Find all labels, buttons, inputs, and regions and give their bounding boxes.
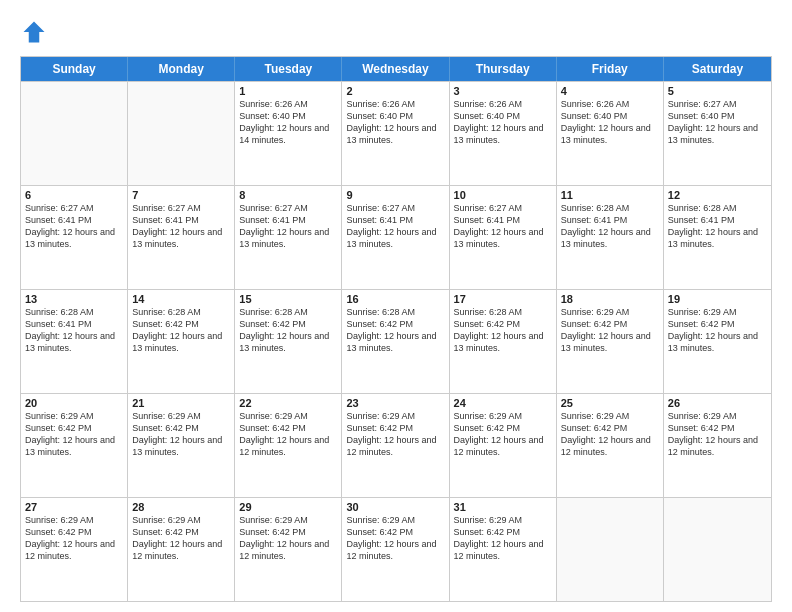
day-info: Sunrise: 6:27 AMSunset: 6:40 PMDaylight:…: [668, 98, 767, 147]
calendar-cell: 27Sunrise: 6:29 AMSunset: 6:42 PMDayligh…: [21, 498, 128, 601]
day-info: Sunrise: 6:29 AMSunset: 6:42 PMDaylight:…: [454, 410, 552, 459]
calendar-cell: 20Sunrise: 6:29 AMSunset: 6:42 PMDayligh…: [21, 394, 128, 497]
calendar-cell: 16Sunrise: 6:28 AMSunset: 6:42 PMDayligh…: [342, 290, 449, 393]
calendar-row: 13Sunrise: 6:28 AMSunset: 6:41 PMDayligh…: [21, 289, 771, 393]
day-info: Sunrise: 6:29 AMSunset: 6:42 PMDaylight:…: [668, 306, 767, 355]
calendar-cell: 2Sunrise: 6:26 AMSunset: 6:40 PMDaylight…: [342, 82, 449, 185]
day-info: Sunrise: 6:29 AMSunset: 6:42 PMDaylight:…: [25, 514, 123, 563]
calendar-cell: 7Sunrise: 6:27 AMSunset: 6:41 PMDaylight…: [128, 186, 235, 289]
day-info: Sunrise: 6:29 AMSunset: 6:42 PMDaylight:…: [132, 410, 230, 459]
calendar-row: 20Sunrise: 6:29 AMSunset: 6:42 PMDayligh…: [21, 393, 771, 497]
calendar-header-cell: Saturday: [664, 57, 771, 81]
calendar-row: 27Sunrise: 6:29 AMSunset: 6:42 PMDayligh…: [21, 497, 771, 601]
day-number: 10: [454, 189, 552, 201]
day-number: 20: [25, 397, 123, 409]
calendar-cell: 15Sunrise: 6:28 AMSunset: 6:42 PMDayligh…: [235, 290, 342, 393]
calendar-cell: 9Sunrise: 6:27 AMSunset: 6:41 PMDaylight…: [342, 186, 449, 289]
calendar-header-cell: Monday: [128, 57, 235, 81]
day-info: Sunrise: 6:27 AMSunset: 6:41 PMDaylight:…: [454, 202, 552, 251]
day-number: 7: [132, 189, 230, 201]
day-number: 17: [454, 293, 552, 305]
calendar-cell: 26Sunrise: 6:29 AMSunset: 6:42 PMDayligh…: [664, 394, 771, 497]
day-info: Sunrise: 6:29 AMSunset: 6:42 PMDaylight:…: [132, 514, 230, 563]
calendar-cell: 13Sunrise: 6:28 AMSunset: 6:41 PMDayligh…: [21, 290, 128, 393]
calendar-cell: 23Sunrise: 6:29 AMSunset: 6:42 PMDayligh…: [342, 394, 449, 497]
day-info: Sunrise: 6:29 AMSunset: 6:42 PMDaylight:…: [561, 306, 659, 355]
calendar-header-cell: Tuesday: [235, 57, 342, 81]
day-number: 27: [25, 501, 123, 513]
calendar-row: 1Sunrise: 6:26 AMSunset: 6:40 PMDaylight…: [21, 81, 771, 185]
day-number: 23: [346, 397, 444, 409]
day-number: 26: [668, 397, 767, 409]
day-number: 18: [561, 293, 659, 305]
svg-marker-1: [24, 22, 45, 43]
page: SundayMondayTuesdayWednesdayThursdayFrid…: [0, 0, 792, 612]
day-number: 21: [132, 397, 230, 409]
calendar-cell: 17Sunrise: 6:28 AMSunset: 6:42 PMDayligh…: [450, 290, 557, 393]
day-number: 3: [454, 85, 552, 97]
calendar: SundayMondayTuesdayWednesdayThursdayFrid…: [20, 56, 772, 602]
day-number: 31: [454, 501, 552, 513]
calendar-cell: 10Sunrise: 6:27 AMSunset: 6:41 PMDayligh…: [450, 186, 557, 289]
calendar-cell: 22Sunrise: 6:29 AMSunset: 6:42 PMDayligh…: [235, 394, 342, 497]
calendar-cell: 6Sunrise: 6:27 AMSunset: 6:41 PMDaylight…: [21, 186, 128, 289]
day-info: Sunrise: 6:29 AMSunset: 6:42 PMDaylight:…: [239, 514, 337, 563]
day-info: Sunrise: 6:28 AMSunset: 6:42 PMDaylight:…: [239, 306, 337, 355]
logo-icon: [20, 18, 48, 46]
day-info: Sunrise: 6:26 AMSunset: 6:40 PMDaylight:…: [561, 98, 659, 147]
calendar-cell: 19Sunrise: 6:29 AMSunset: 6:42 PMDayligh…: [664, 290, 771, 393]
day-info: Sunrise: 6:28 AMSunset: 6:42 PMDaylight:…: [132, 306, 230, 355]
calendar-header-row: SundayMondayTuesdayWednesdayThursdayFrid…: [21, 57, 771, 81]
calendar-cell: [557, 498, 664, 601]
day-info: Sunrise: 6:27 AMSunset: 6:41 PMDaylight:…: [346, 202, 444, 251]
calendar-cell: [21, 82, 128, 185]
day-info: Sunrise: 6:28 AMSunset: 6:42 PMDaylight:…: [346, 306, 444, 355]
calendar-cell: 21Sunrise: 6:29 AMSunset: 6:42 PMDayligh…: [128, 394, 235, 497]
day-info: Sunrise: 6:28 AMSunset: 6:41 PMDaylight:…: [561, 202, 659, 251]
day-number: 6: [25, 189, 123, 201]
calendar-header-cell: Sunday: [21, 57, 128, 81]
day-number: 28: [132, 501, 230, 513]
calendar-cell: 28Sunrise: 6:29 AMSunset: 6:42 PMDayligh…: [128, 498, 235, 601]
day-number: 16: [346, 293, 444, 305]
day-info: Sunrise: 6:27 AMSunset: 6:41 PMDaylight:…: [132, 202, 230, 251]
header: [20, 18, 772, 46]
day-number: 4: [561, 85, 659, 97]
day-number: 13: [25, 293, 123, 305]
day-info: Sunrise: 6:29 AMSunset: 6:42 PMDaylight:…: [346, 514, 444, 563]
day-number: 14: [132, 293, 230, 305]
day-info: Sunrise: 6:27 AMSunset: 6:41 PMDaylight:…: [25, 202, 123, 251]
calendar-cell: 12Sunrise: 6:28 AMSunset: 6:41 PMDayligh…: [664, 186, 771, 289]
day-number: 9: [346, 189, 444, 201]
day-info: Sunrise: 6:28 AMSunset: 6:41 PMDaylight:…: [25, 306, 123, 355]
calendar-cell: 8Sunrise: 6:27 AMSunset: 6:41 PMDaylight…: [235, 186, 342, 289]
day-number: 25: [561, 397, 659, 409]
day-number: 2: [346, 85, 444, 97]
day-number: 1: [239, 85, 337, 97]
calendar-cell: 31Sunrise: 6:29 AMSunset: 6:42 PMDayligh…: [450, 498, 557, 601]
day-number: 15: [239, 293, 337, 305]
day-number: 8: [239, 189, 337, 201]
calendar-cell: 24Sunrise: 6:29 AMSunset: 6:42 PMDayligh…: [450, 394, 557, 497]
calendar-cell: 3Sunrise: 6:26 AMSunset: 6:40 PMDaylight…: [450, 82, 557, 185]
calendar-row: 6Sunrise: 6:27 AMSunset: 6:41 PMDaylight…: [21, 185, 771, 289]
calendar-cell: 30Sunrise: 6:29 AMSunset: 6:42 PMDayligh…: [342, 498, 449, 601]
day-number: 5: [668, 85, 767, 97]
calendar-header-cell: Friday: [557, 57, 664, 81]
day-number: 24: [454, 397, 552, 409]
day-info: Sunrise: 6:28 AMSunset: 6:42 PMDaylight:…: [454, 306, 552, 355]
day-info: Sunrise: 6:26 AMSunset: 6:40 PMDaylight:…: [239, 98, 337, 147]
day-info: Sunrise: 6:29 AMSunset: 6:42 PMDaylight:…: [668, 410, 767, 459]
calendar-cell: 14Sunrise: 6:28 AMSunset: 6:42 PMDayligh…: [128, 290, 235, 393]
calendar-cell: 11Sunrise: 6:28 AMSunset: 6:41 PMDayligh…: [557, 186, 664, 289]
day-info: Sunrise: 6:29 AMSunset: 6:42 PMDaylight:…: [454, 514, 552, 563]
day-info: Sunrise: 6:29 AMSunset: 6:42 PMDaylight:…: [239, 410, 337, 459]
calendar-header-cell: Wednesday: [342, 57, 449, 81]
logo: [20, 18, 52, 46]
calendar-cell: 4Sunrise: 6:26 AMSunset: 6:40 PMDaylight…: [557, 82, 664, 185]
calendar-body: 1Sunrise: 6:26 AMSunset: 6:40 PMDaylight…: [21, 81, 771, 601]
calendar-cell: [664, 498, 771, 601]
calendar-cell: 29Sunrise: 6:29 AMSunset: 6:42 PMDayligh…: [235, 498, 342, 601]
day-info: Sunrise: 6:29 AMSunset: 6:42 PMDaylight:…: [25, 410, 123, 459]
day-number: 22: [239, 397, 337, 409]
